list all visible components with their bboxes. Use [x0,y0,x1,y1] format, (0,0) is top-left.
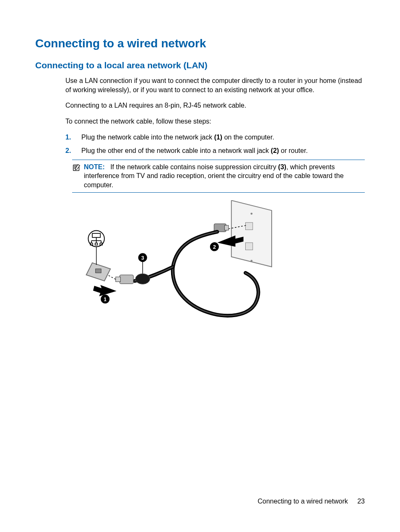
heading-2: Connecting to a local area network (LAN) [35,60,365,70]
intro-paragraph-1: Use a LAN connection if you want to conn… [65,76,365,94]
step-text-post: or router. [279,147,307,154]
note-label: NOTE: [84,163,105,170]
svg-text:3: 3 [141,255,144,261]
svg-rect-4 [245,222,252,230]
callout-1-icon: 1 [101,294,109,303]
ferrite-icon [135,274,150,284]
svg-text:2: 2 [213,244,216,250]
page-footer: Connecting to a wired network 23 [258,498,365,505]
computer-jack-icon [86,263,111,281]
svg-rect-21 [96,269,101,273]
document-page: Connecting to a wired network Connecting… [0,0,400,532]
note-callout: NOTE: If the network cable contains nois… [72,160,365,193]
footer-section-title: Connecting to a wired network [258,498,348,505]
svg-rect-17 [119,275,133,284]
svg-text:1: 1 [104,296,106,302]
svg-marker-22 [93,285,117,296]
svg-rect-8 [224,225,229,230]
svg-marker-1 [231,200,272,267]
step-text-post: on the computer. [222,134,274,141]
step-text-bold: (1) [214,134,223,141]
note-pre: If the network cable contains noise supp… [110,163,278,170]
svg-point-2 [250,212,252,214]
svg-rect-18 [116,277,121,282]
callout-3-icon: 3 [138,253,147,262]
note-bold: (3) [278,163,286,170]
intro-paragraph-2: Connecting to a LAN requires an 8-pin, R… [65,101,365,110]
step-text-pre: Plug the other end of the network cable … [81,147,271,154]
figure-network-cable: 2 3 [72,200,365,335]
svg-rect-5 [245,243,252,250]
step-item: Plug the other end of the network cable … [65,146,365,155]
note-text: NOTE: If the network cable contains nois… [84,163,365,190]
step-item: Plug the network cable into the network … [65,132,365,142]
rj45-plug-computer-icon [116,275,133,284]
callout-2-icon: 2 [210,242,219,251]
step-text-pre: Plug the network cable into the network … [81,134,214,141]
note-icon [72,163,81,172]
wall-plate-icon [231,200,272,267]
footer-page-number: 23 [357,498,365,505]
step-text-bold: (2) [271,147,279,154]
network-symbol-icon [88,230,104,246]
arrow-1-icon [93,285,117,296]
svg-point-3 [250,260,252,262]
heading-1: Connecting to a wired network [35,37,365,50]
intro-paragraph-3: To connect the network cable, follow the… [65,117,365,126]
steps-list: Plug the network cable into the network … [65,132,365,155]
body-content: Use a LAN connection if you want to conn… [65,76,365,335]
